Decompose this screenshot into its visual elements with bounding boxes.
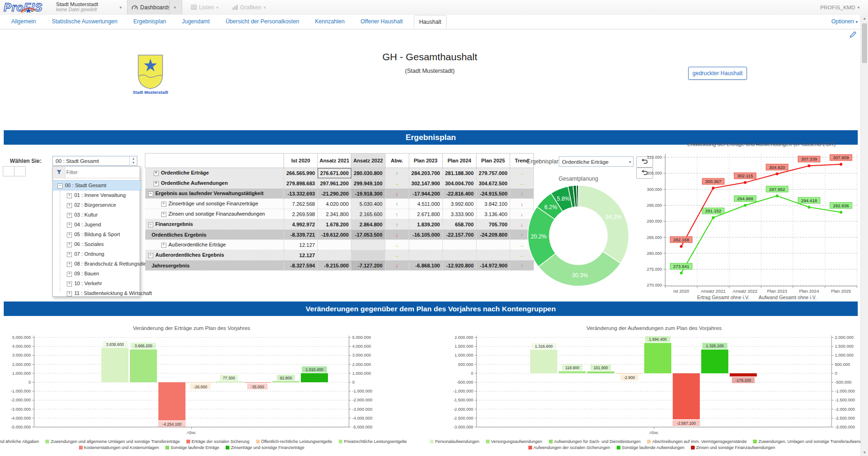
value-cell[interactable]: -21.290.200	[318, 189, 351, 199]
value-cell[interactable]: -24.915.500	[476, 189, 510, 199]
bar[interactable]	[616, 373, 643, 374]
tree-item-04[interactable]: +04 : Jugend	[54, 220, 150, 229]
vertical-scrollbar[interactable]: ▲ ▼	[861, 15, 868, 456]
bar[interactable]	[701, 350, 728, 373]
table-row[interactable]: +Ordentliche Erträge266.565.990276.671.0…	[145, 168, 534, 178]
value-cell[interactable]: 276.671.000	[318, 168, 351, 178]
value-cell[interactable]: 4.020.000	[318, 199, 351, 209]
column-header-Ansatz 2021[interactable]: Ansatz 2021	[318, 154, 351, 168]
data-point[interactable]	[840, 163, 842, 166]
row-label-cell[interactable]: +Ordentliche Aufwendungen	[145, 178, 284, 189]
tab-kennzahlen[interactable]: Kennzahlen	[310, 15, 349, 28]
value-cell[interactable]: 304.672.500	[476, 178, 510, 189]
value-cell[interactable]: -16.105.000	[409, 230, 442, 240]
value-cell[interactable]: -6.868.100	[409, 260, 442, 271]
value-cell[interactable]: -13.332.693	[284, 189, 318, 199]
bar[interactable]	[587, 372, 614, 373]
legend-item[interactable]: Öffentlich-rechtliche Leistungsentgelte	[256, 439, 332, 444]
value-cell[interactable]: -9.215.000	[318, 260, 351, 271]
value-cell[interactable]: 12.127	[284, 250, 318, 260]
value-cell[interactable]: 12.127	[284, 240, 318, 250]
bar[interactable]	[530, 350, 557, 373]
row-label-cell[interactable]: −Ergebnis aus laufender Verwaltungstätig…	[145, 189, 284, 199]
value-cell[interactable]: 4.511.000	[409, 199, 442, 209]
legend-item[interactable]: Aufwand Gesamt ohne i.V.	[759, 295, 817, 300]
value-cell[interactable]: 4.992.972	[284, 219, 318, 230]
legend-item[interactable]: Aufwendungen für Sach- und Dienstleistun…	[549, 439, 641, 444]
expand-icon[interactable]: +	[67, 223, 72, 228]
menu-dashboards-caret[interactable]: ▾	[169, 0, 182, 14]
expand-icon[interactable]: +	[67, 232, 72, 238]
expand-icon[interactable]: +	[67, 281, 72, 287]
bar[interactable]	[101, 348, 128, 382]
legend-item[interactable]: Sonstige laufende Erträge	[165, 445, 219, 450]
value-cell[interactable]: -8.327.594	[284, 260, 318, 271]
abw-arrow[interactable]: ↑	[385, 209, 409, 219]
value-cell[interactable]	[351, 240, 385, 250]
value-cell[interactable]: -17.053.500	[351, 230, 385, 240]
column-header-Ansatz 2022[interactable]: Ansatz 2022	[351, 154, 385, 168]
value-cell[interactable]	[476, 240, 510, 250]
expand-icon[interactable]: +	[67, 262, 72, 267]
table-row[interactable]: −Finanzergebnis4.992.9721.678.2002.864.8…	[145, 219, 534, 230]
data-point[interactable]	[712, 187, 715, 189]
bar[interactable]	[730, 373, 757, 377]
tree-item-00[interactable]: −00 : Stadt Gesamt	[54, 181, 141, 190]
value-cell[interactable]: 705.700	[476, 219, 510, 230]
bar[interactable]	[301, 373, 328, 382]
value-cell[interactable]: 279.898.683	[284, 178, 318, 189]
row-label-cell[interactable]: Ordentliches Ergebnis	[145, 230, 284, 240]
abw-arrow[interactable]: →	[385, 250, 409, 260]
collapsed-toolbar-button[interactable]	[3, 166, 14, 176]
bar[interactable]	[272, 381, 299, 382]
tree-item-08[interactable]: +08 : Brandschutz & Rettungsdienst	[54, 259, 150, 268]
bar[interactable]	[130, 350, 157, 382]
legend-item[interactable]: Ertrag Gesamt ohne i.V.	[697, 295, 749, 300]
value-cell[interactable]: 2.165.600	[351, 209, 385, 219]
bar[interactable]	[158, 382, 185, 421]
collapsed-toolbar-button[interactable]	[14, 166, 26, 176]
abw-arrow[interactable]: ↑	[385, 219, 409, 230]
value-cell[interactable]: -19.612.000	[318, 230, 351, 240]
column-header-Ist 2020[interactable]: Ist 2020	[284, 154, 318, 168]
legend-item[interactable]: Versorgungsaufwendungen	[486, 439, 542, 444]
data-point[interactable]	[680, 245, 683, 248]
data-point[interactable]	[776, 195, 778, 197]
legend-item[interactable]: Aufwendungen der sozialen Sicherungen	[528, 445, 610, 450]
expand-icon[interactable]: +	[67, 242, 72, 247]
row-label-cell[interactable]: +Zinserträge und sonstige Finanzerträge	[145, 199, 284, 209]
data-point[interactable]	[712, 216, 715, 219]
legend-item[interactable]: Kostenerstattungen und Kostenumlagen	[79, 445, 159, 450]
collapse-icon[interactable]: −	[148, 222, 153, 227]
value-cell[interactable]: 281.188.300	[442, 168, 476, 178]
expand-icon[interactable]: +	[161, 202, 166, 207]
tab-offener-haushalt[interactable]: Offener Haushalt	[356, 15, 408, 28]
legend-item[interactable]: Zinsen und sonstige Finanzaufwendungen	[691, 445, 775, 450]
value-cell[interactable]: 5.030.400	[351, 199, 385, 209]
legend-item[interactable]: Privatrechtliche Leistungsentgelte	[339, 439, 407, 444]
value-cell[interactable]: 266.565.990	[284, 168, 318, 178]
value-cell[interactable]: 297.961.200	[318, 178, 351, 189]
value-cell[interactable]: -14.972.900	[476, 260, 510, 271]
client-selector[interactable]: Stadt Musterstadt keine Datei gewählt	[56, 1, 98, 13]
value-cell[interactable]	[476, 250, 510, 260]
value-cell[interactable]: 284.203.700	[409, 168, 442, 178]
column-header-Abw.[interactable]: Abw.	[385, 154, 409, 168]
data-point[interactable]	[808, 164, 811, 167]
value-cell[interactable]: 658.700	[442, 219, 476, 230]
value-cell[interactable]: 2.341.800	[318, 209, 351, 219]
value-cell[interactable]: 3.992.600	[442, 199, 476, 209]
table-row[interactable]: Ordentliches Ergebnis-8.339.721-19.612.0…	[145, 230, 534, 240]
options-menu[interactable]: Optionen ▾	[831, 18, 858, 25]
value-cell[interactable]: 3.333.900	[442, 209, 476, 219]
tree-item-03[interactable]: +03 : Kultur	[54, 210, 150, 219]
tab-allgemein[interactable]: Allgemein	[7, 15, 41, 28]
value-cell[interactable]: -24.209.800	[476, 230, 510, 240]
bar[interactable]	[244, 382, 271, 383]
column-header-Plan 2023[interactable]: Plan 2023	[409, 154, 442, 168]
legend-item[interactable]: Zuwendungen, Umlagen und sonstige Transf…	[753, 439, 868, 444]
value-cell[interactable]: -12.920.800	[442, 260, 476, 271]
table-row[interactable]: Jahresergebnis-8.327.594-9.215.000-7.127…	[145, 260, 534, 271]
tree-filter-input[interactable]	[65, 168, 137, 177]
client-caret-icon[interactable]: ▾	[120, 5, 122, 10]
